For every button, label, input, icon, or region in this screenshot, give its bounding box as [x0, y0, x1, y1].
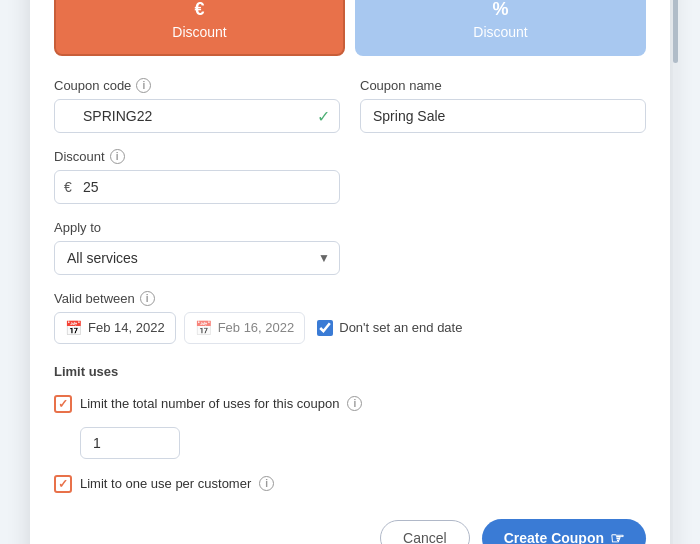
valid-between-label: Valid between i — [54, 291, 646, 306]
apply-to-select[interactable]: All services Specific services — [54, 241, 340, 275]
footer-row: Cancel Create Coupon ☞ — [54, 519, 646, 545]
coupon-code-info-icon: i — [136, 78, 151, 93]
coupon-code-check-icon: ✓ — [317, 106, 330, 125]
limit-uses-section: Limit uses Limit the total number of use… — [54, 364, 646, 501]
percent-discount-button[interactable]: % Discount — [355, 0, 646, 56]
coupon-code-input-wrap: ✓ — [54, 99, 340, 133]
create-coupon-label: Create Coupon — [504, 530, 604, 544]
limit-total-info-icon: i — [347, 396, 362, 411]
cursor-icon: ☞ — [610, 529, 624, 545]
end-date-calendar-icon: 📅 — [195, 320, 212, 336]
empty-right-2 — [360, 220, 646, 275]
discount-input[interactable] — [54, 170, 340, 204]
dont-set-end-label: Don't set an end date — [339, 320, 462, 335]
coupon-code-label: Coupon code i — [54, 78, 340, 93]
currency-symbol: € — [64, 179, 72, 195]
coupon-code-input[interactable] — [54, 99, 340, 133]
euro-discount-label: Discount — [172, 24, 226, 40]
coupon-name-input[interactable] — [360, 99, 646, 133]
euro-discount-button[interactable]: € Discount — [54, 0, 345, 56]
limit-total-checkbox[interactable] — [54, 395, 72, 413]
discount-label: Discount i — [54, 149, 340, 164]
empty-right — [360, 149, 646, 204]
discount-input-wrap: € — [54, 170, 340, 204]
scrollbar-track[interactable] — [673, 0, 678, 544]
limit-total-row: Limit the total number of uses for this … — [54, 395, 646, 413]
end-date-field[interactable]: 📅 Feb 16, 2022 — [184, 312, 306, 344]
coupon-code-group: Coupon code i ✓ — [54, 78, 340, 133]
limit-per-customer-info-icon: i — [259, 476, 274, 491]
dont-set-end-checkbox[interactable] — [317, 320, 333, 336]
dont-set-end-row: Don't set an end date — [317, 320, 462, 336]
discount-group: Discount i € — [54, 149, 340, 204]
percent-discount-label: Discount — [473, 24, 527, 40]
limit-total-label: Limit the total number of uses for this … — [80, 396, 339, 411]
limit-total-value-input[interactable] — [80, 427, 180, 459]
end-date-value: Feb 16, 2022 — [218, 320, 295, 335]
limit-per-customer-checkbox[interactable] — [54, 475, 72, 493]
percent-icon: % — [492, 0, 508, 20]
limit-uses-title: Limit uses — [54, 364, 646, 379]
apply-to-label: Apply to — [54, 220, 340, 235]
start-date-calendar-icon: 📅 — [65, 320, 82, 336]
start-date-value: Feb 14, 2022 — [88, 320, 165, 335]
coupon-name-group: Coupon name — [360, 78, 646, 133]
discount-info-icon: i — [110, 149, 125, 164]
limit-per-customer-label: Limit to one use per customer — [80, 476, 251, 491]
create-coupon-button[interactable]: Create Coupon ☞ — [482, 519, 646, 545]
discount-type-row: € Discount % Discount — [54, 0, 646, 56]
limit-per-customer-row: Limit to one use per customer i — [54, 475, 646, 493]
form-grid: Coupon code i ✓ Coupon name Discount — [54, 78, 646, 501]
euro-icon: € — [194, 0, 204, 20]
valid-between-info-icon: i — [140, 291, 155, 306]
cancel-button[interactable]: Cancel — [380, 520, 470, 544]
date-row: 📅 Feb 14, 2022 📅 Feb 16, 2022 Don't set … — [54, 312, 646, 344]
valid-between-group: Valid between i 📅 Feb 14, 2022 📅 Feb 16,… — [54, 291, 646, 344]
scrollbar-thumb[interactable] — [673, 0, 678, 63]
coupon-name-label: Coupon name — [360, 78, 646, 93]
apply-to-group: Apply to All services Specific services … — [54, 220, 340, 275]
start-date-field[interactable]: 📅 Feb 14, 2022 — [54, 312, 176, 344]
apply-to-select-wrap: All services Specific services ▼ — [54, 241, 340, 275]
